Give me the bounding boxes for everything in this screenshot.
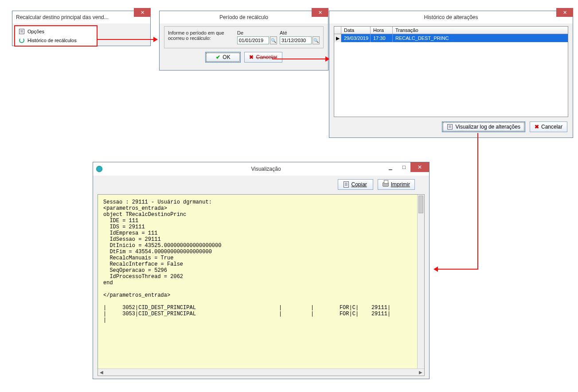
title-text: Histórico de alterações (329, 14, 573, 20)
history-grid[interactable]: Data Hora Transação ▶ 29/03/2019 17:30 R… (334, 26, 568, 117)
de-input[interactable] (237, 36, 269, 44)
menu-item-opcoes[interactable]: Opções (15, 27, 97, 36)
ok-button[interactable]: ✔ OK (205, 52, 241, 63)
ate-label: Até (280, 30, 320, 35)
window-recalcular: Recalcular destino principal das vend...… (12, 11, 151, 46)
calendar-icon[interactable]: 🔍 (312, 36, 320, 44)
close-icon[interactable] (134, 8, 151, 17)
scroll-right-icon[interactable]: ▶ (417, 369, 424, 376)
col-header-data[interactable]: Data (341, 27, 371, 34)
period-fieldset: Informe o período em que ocorreu o recál… (164, 26, 324, 48)
button-label: Cancelar (541, 124, 562, 130)
title-text: Período de recálculo (160, 14, 328, 20)
cancel-button[interactable]: ✖ Cancelar (244, 52, 282, 63)
document-icon (447, 124, 453, 130)
menu-strip: Opções Histórico de recálculos (14, 25, 98, 47)
titlebar-visualizacao[interactable]: Visualização (93, 162, 429, 176)
close-icon[interactable] (556, 8, 573, 17)
maximize-icon[interactable] (397, 162, 410, 172)
copy-button[interactable]: Copiar (338, 179, 373, 190)
calendar-icon[interactable]: 🔍 (270, 36, 277, 44)
table-row[interactable]: ▶ 29/03/2019 17:30 RECALC_DEST_PRINC (334, 34, 568, 42)
menu-item-historico[interactable]: Histórico de recálculos (15, 36, 97, 45)
cancel-button[interactable]: ✖ Cancelar (530, 122, 567, 132)
app-icon (96, 165, 103, 172)
de-label: De (237, 30, 277, 35)
title-text: Recalcular destino principal das vend... (12, 14, 150, 20)
document-icon (19, 28, 25, 35)
col-header-hora[interactable]: Hora (371, 27, 393, 34)
title-text: Visualização (103, 166, 429, 172)
window-historico: Histórico de alterações Data Hora Transa… (329, 11, 573, 138)
menu-item-label: Histórico de recálculos (27, 38, 77, 43)
rowmarker-header (334, 27, 341, 34)
close-icon[interactable] (312, 8, 328, 17)
refresh-icon (19, 37, 25, 43)
minimize-icon[interactable] (384, 162, 397, 172)
titlebar-historico[interactable]: Histórico de alterações (329, 11, 573, 24)
print-button[interactable]: Imprimir (378, 179, 415, 190)
log-viewer[interactable]: Sessao : 29111 - Usuário dgrmanut: <para… (98, 195, 417, 368)
menu-item-label: Opções (27, 29, 44, 34)
close-icon[interactable] (410, 162, 429, 172)
cell-hora: 17:30 (371, 34, 393, 42)
button-label: OK (223, 54, 230, 60)
vertical-scrollbar[interactable] (417, 195, 424, 368)
scroll-left-icon[interactable]: ◀ (98, 369, 105, 376)
instruction-label: Informe o período em que ocorreu o recál… (168, 30, 234, 41)
button-label: Visualizar log de alterações (455, 124, 520, 130)
horizontal-scrollbar[interactable]: ◀ ▶ (98, 368, 424, 376)
copy-icon (344, 181, 349, 188)
view-log-button[interactable]: Visualizar log de alterações (442, 122, 525, 132)
window-visualizacao: Visualização Copiar Imprimir Sessao : 29… (93, 162, 430, 379)
printer-icon (383, 182, 389, 187)
cell-transacao: RECALC_DEST_PRINC (393, 34, 477, 42)
log-viewer-container: Sessao : 29111 - Usuário dgrmanut: <para… (98, 194, 425, 376)
titlebar-periodo[interactable]: Período de recálculo (160, 11, 328, 24)
x-icon: ✖ (535, 124, 539, 130)
row-indicator-icon: ▶ (334, 34, 341, 42)
col-header-transacao[interactable]: Transação (393, 27, 477, 34)
button-label: Imprimir (391, 181, 410, 188)
x-icon: ✖ (249, 54, 254, 60)
button-label: Copiar (351, 181, 367, 188)
cell-data: 29/03/2019 (341, 34, 371, 42)
titlebar-recalcular[interactable]: Recalcular destino principal das vend... (12, 11, 150, 24)
check-icon: ✔ (216, 54, 220, 60)
window-periodo: Período de recálculo Informe o período e… (159, 11, 328, 71)
grid-header: Data Hora Transação (334, 27, 568, 34)
ate-input[interactable] (280, 36, 312, 44)
